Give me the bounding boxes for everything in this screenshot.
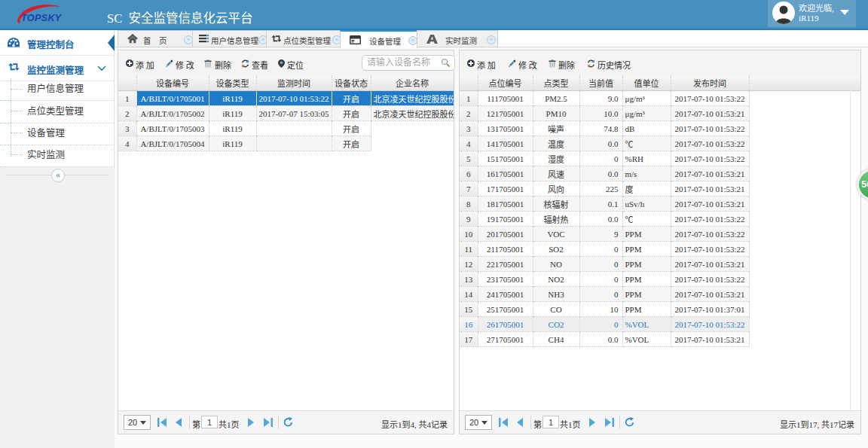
svg-text:TOPSKY: TOPSKY: [21, 13, 63, 23]
